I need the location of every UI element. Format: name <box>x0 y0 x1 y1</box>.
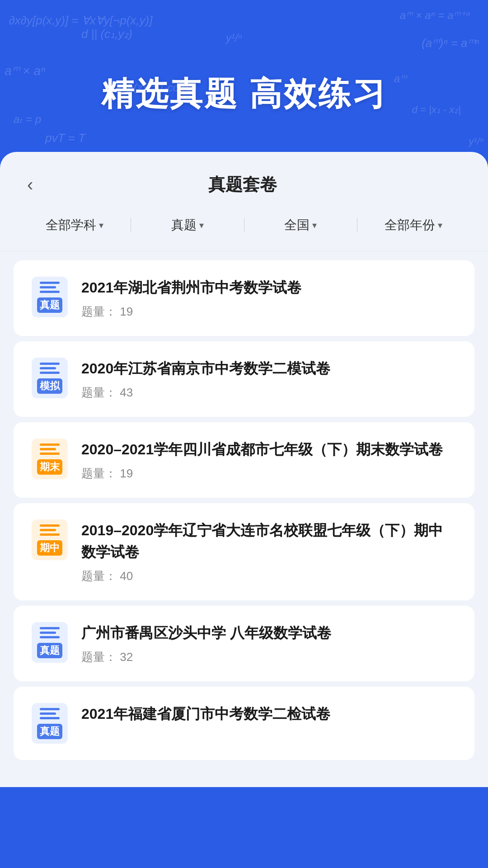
badge-line <box>40 533 60 536</box>
filter-region-arrow: ▾ <box>312 220 317 231</box>
item-count: 题量： 43 <box>81 385 456 401</box>
list-item[interactable]: 真题 2021年福建省厦门市中考数学二检试卷 <box>14 687 474 760</box>
exam-list: 真题 2021年湖北省荆州市中考数学试卷 题量： 19 模拟 <box>0 251 488 769</box>
list-item[interactable]: 真题 2021年湖北省荆州市中考数学试卷 题量： 19 <box>14 260 474 336</box>
badge-label: 期末 <box>37 459 62 475</box>
item-content: 2019–2020学年辽宁省大连市名校联盟七年级（下）期中数学试卷 题量： 40 <box>81 519 456 584</box>
badge-lines <box>40 363 60 374</box>
list-item[interactable]: 期中 2019–2020学年辽宁省大连市名校联盟七年级（下）期中数学试卷 题量：… <box>14 503 474 600</box>
badge-lines <box>40 443 60 455</box>
badge-zhenti-5: 真题 <box>32 622 68 663</box>
item-count: 题量： 19 <box>81 304 456 320</box>
main-card: ‹ 真题套卷 全部学科 ▾ 真题 ▾ 全国 ▾ 全部年份 ▾ <box>0 152 488 787</box>
badge-line <box>40 708 60 710</box>
badge-lines <box>40 282 60 293</box>
filter-year[interactable]: 全部年份 ▾ <box>357 213 470 237</box>
filter-region-label: 全国 <box>284 217 310 234</box>
badge-lines <box>40 627 60 638</box>
badge-line <box>40 286 56 288</box>
item-title: 2020年江苏省南京市中考数学二模试卷 <box>81 358 456 379</box>
badge-label: 真题 <box>37 724 62 739</box>
badge-moni: 模拟 <box>32 358 68 398</box>
badge-line <box>40 291 60 293</box>
badge-line <box>40 367 56 369</box>
list-item[interactable]: 期末 2020–2021学年四川省成都市七年级（下）期末数学试卷 题量： 19 <box>14 422 474 498</box>
item-content: 2021年福建省厦门市中考数学二检试卷 <box>81 703 456 730</box>
badge-label: 模拟 <box>37 378 62 394</box>
item-content: 2021年湖北省荆州市中考数学试卷 题量： 19 <box>81 277 456 320</box>
item-count: 题量： 40 <box>81 568 456 584</box>
filter-type-arrow: ▾ <box>199 220 204 231</box>
item-content: 2020–2021学年四川省成都市七年级（下）期末数学试卷 题量： 19 <box>81 439 456 481</box>
item-title: 广州市番禺区沙头中学 八年级数学试卷 <box>81 622 456 644</box>
badge-label: 真题 <box>37 643 62 658</box>
badge-qizhong: 期中 <box>32 519 68 560</box>
badge-line <box>40 627 60 629</box>
item-title: 2021年福建省厦门市中考数学二检试卷 <box>81 703 456 725</box>
badge-line <box>40 363 60 365</box>
badge-line <box>40 453 60 455</box>
badge-label: 期中 <box>37 540 62 556</box>
badge-line <box>40 529 56 531</box>
back-button[interactable]: ‹ <box>23 170 38 199</box>
badge-qimo: 期末 <box>32 439 68 479</box>
filter-subject[interactable]: 全部学科 ▾ <box>18 213 131 237</box>
badge-lines <box>40 708 60 719</box>
badge-line <box>40 712 56 715</box>
item-content: 广州市番禺区沙头中学 八年级数学试卷 题量： 32 <box>81 622 456 665</box>
card-header: ‹ 真题套卷 <box>0 152 488 208</box>
filter-bar: 全部学科 ▾ 真题 ▾ 全国 ▾ 全部年份 ▾ <box>0 208 488 251</box>
badge-line <box>40 632 56 634</box>
item-count: 题量： 19 <box>81 466 456 481</box>
badge-line <box>40 717 60 719</box>
item-content: 2020年江苏省南京市中考数学二模试卷 题量： 43 <box>81 358 456 401</box>
filter-type-label: 真题 <box>171 217 197 234</box>
badge-line <box>40 372 60 374</box>
filter-region[interactable]: 全国 ▾ <box>244 213 357 237</box>
badge-lines <box>40 524 60 536</box>
badge-line <box>40 443 60 446</box>
filter-year-arrow: ▾ <box>438 220 442 231</box>
filter-subject-arrow: ▾ <box>99 220 103 231</box>
badge-line <box>40 636 60 638</box>
item-count: 题量： 32 <box>81 649 456 665</box>
badge-zhenti-1: 真题 <box>32 277 68 317</box>
list-item[interactable]: 真题 广州市番禺区沙头中学 八年级数学试卷 题量： 32 <box>14 606 474 681</box>
page-title: 真题套卷 <box>47 173 438 196</box>
badge-line <box>40 448 56 450</box>
list-item[interactable]: 模拟 2020年江苏省南京市中考数学二模试卷 题量： 43 <box>14 341 474 417</box>
item-title: 2019–2020学年辽宁省大连市名校联盟七年级（下）期中数学试卷 <box>81 519 456 563</box>
badge-label: 真题 <box>37 297 62 313</box>
badge-line <box>40 282 60 284</box>
item-title: 2021年湖北省荆州市中考数学试卷 <box>81 277 456 298</box>
filter-type[interactable]: 真题 ▾ <box>131 213 244 237</box>
badge-zhenti-6: 真题 <box>32 703 68 744</box>
filter-year-label: 全部年份 <box>385 217 435 234</box>
item-title: 2020–2021学年四川省成都市七年级（下）期末数学试卷 <box>81 439 456 460</box>
badge-line <box>40 524 60 527</box>
hero-title: 精选真题 高效练习 <box>0 0 488 143</box>
filter-subject-label: 全部学科 <box>46 217 96 234</box>
